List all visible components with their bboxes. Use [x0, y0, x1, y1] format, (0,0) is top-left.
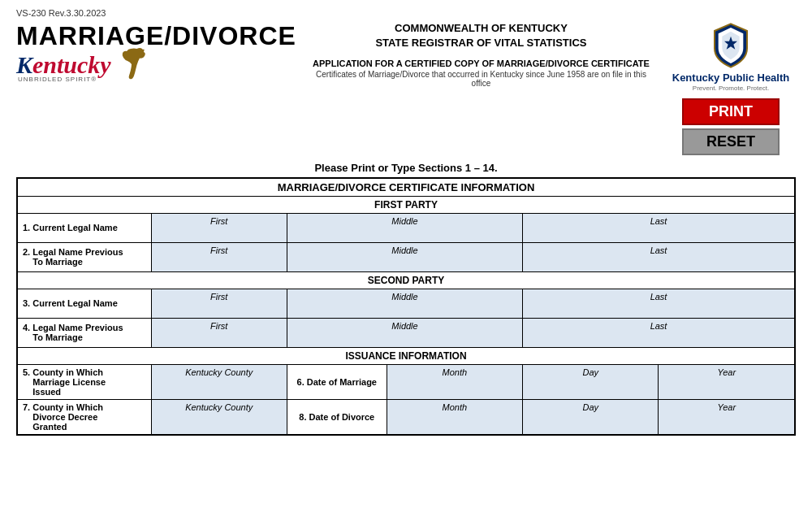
day-label-8: Day — [528, 402, 653, 412]
row1-middle-input[interactable] — [292, 226, 517, 236]
kph-sub: Prevent. Promote. Protect. — [693, 85, 769, 92]
row6-day-input[interactable] — [528, 377, 653, 387]
row8-day-cell[interactable]: Day — [523, 399, 659, 435]
table-row: 1. Current Legal Name First Middle Last — [17, 213, 795, 242]
table-row: 3. Current Legal Name First Middle Last — [17, 289, 795, 318]
row6-month-input[interactable] — [392, 377, 517, 387]
month-label-8: Month — [392, 402, 517, 412]
row1-last-cell[interactable]: Last — [523, 213, 795, 242]
row4-first-input[interactable] — [157, 331, 282, 341]
row6-year-input[interactable] — [663, 377, 789, 387]
table-row: 4. Legal Name Previous To Marriage First… — [17, 318, 795, 347]
month-label-6: Month — [392, 367, 517, 377]
middle-label-2: Middle — [292, 245, 517, 255]
main-title: MARRIAGE/DIVORCE — [16, 21, 296, 51]
middle-label-3: Middle — [292, 292, 517, 302]
row3-first-input[interactable] — [157, 302, 282, 311]
row4-last-input[interactable] — [528, 331, 789, 341]
ky-logo-container: Kentucky UNBRIDLED SPIRIT® — [16, 51, 147, 83]
row1-middle-cell[interactable]: Middle — [287, 213, 522, 242]
row4-middle-cell[interactable]: Middle — [287, 318, 522, 347]
table-row: 7. County in Which Divorce Decree Grante… — [17, 399, 795, 435]
commonwealth-title: COMMONWEALTH OF KENTUCKY STATE REGISTRAR… — [313, 21, 650, 50]
row3-middle-input[interactable] — [292, 302, 517, 311]
row1-last-input[interactable] — [528, 226, 789, 236]
row8-label: 8. Date of Divorce — [287, 399, 387, 435]
application-title: APPLICATION FOR A CERTIFIED COPY OF MARR… — [313, 59, 650, 68]
ky-horse-icon — [114, 45, 147, 81]
ky-logo: Kentucky UNBRIDLED SPIRIT® — [16, 51, 111, 83]
row7-county-cell[interactable]: Kentucky County — [151, 399, 287, 435]
ky-text-blue: K — [16, 51, 32, 78]
form-number: VS-230 Rev.3.30.2023 — [16, 8, 796, 18]
row8-day-input[interactable] — [528, 412, 653, 422]
row4-last-cell[interactable]: Last — [523, 318, 795, 347]
row8-month-input[interactable] — [392, 412, 517, 422]
row2-middle-input[interactable] — [292, 255, 517, 265]
kph-shield-icon — [706, 21, 755, 70]
row1-first-cell[interactable]: First — [151, 213, 287, 242]
row3-middle-cell[interactable]: Middle — [287, 289, 522, 318]
center-block: COMMONWEALTH OF KENTUCKY STATE REGISTRAR… — [296, 21, 666, 88]
year-label-6: Year — [663, 367, 789, 377]
row2-middle-cell[interactable]: Middle — [287, 242, 522, 271]
row1-first-input[interactable] — [157, 226, 282, 236]
row2-first-input[interactable] — [157, 255, 282, 265]
row7-county-input[interactable] — [157, 412, 282, 422]
row2-first-cell[interactable]: First — [151, 242, 287, 271]
section-header-row: MARRIAGE/DIVORCE CERTIFICATE INFORMATION — [17, 178, 795, 197]
first-label: First — [157, 216, 282, 226]
row6-year-cell[interactable]: Year — [659, 364, 795, 399]
row7-label: 7. County in Which Divorce Decree Grante… — [17, 399, 151, 435]
first-label-4: First — [157, 321, 282, 331]
row8-year-input[interactable] — [663, 412, 789, 422]
table-row: 2. Legal Name Previous To Marriage First… — [17, 242, 795, 271]
row5-county-input[interactable] — [157, 377, 282, 387]
last-label-2: Last — [528, 245, 789, 255]
issuance-header-row: ISSUANCE INFORMATION — [17, 347, 795, 364]
horse-body — [122, 48, 145, 79]
second-party-header-row: SECOND PARTY — [17, 271, 795, 289]
title-block: MARRIAGE/DIVORCE Kentucky UNBRIDLED SPIR… — [16, 21, 296, 83]
row5-county-cell[interactable]: Kentucky County — [151, 364, 287, 399]
row6-month-cell[interactable]: Month — [387, 364, 522, 399]
row6-day-cell[interactable]: Day — [523, 364, 659, 399]
middle-label-4: Middle — [292, 321, 517, 331]
row6-label: 6. Date of Marriage — [287, 364, 387, 399]
row1-label: 1. Current Legal Name — [17, 213, 151, 242]
first-party-header: FIRST PARTY — [17, 196, 795, 213]
section-header: MARRIAGE/DIVORCE CERTIFICATE INFORMATION — [17, 178, 795, 197]
reset-button[interactable]: RESET — [682, 128, 780, 155]
print-button[interactable]: PRINT — [682, 98, 780, 125]
middle-label: Middle — [292, 216, 517, 226]
commonwealth-line2: STATE REGISTRAR OF VITAL STATISTICS — [313, 36, 650, 50]
right-block: Kentucky Public Health Prevent. Promote.… — [666, 21, 796, 155]
last-label: Last — [528, 216, 789, 226]
row3-last-input[interactable] — [528, 302, 789, 311]
second-party-header: SECOND PARTY — [17, 271, 795, 289]
row3-label: 3. Current Legal Name — [17, 289, 151, 318]
ky-text-red: entucky — [32, 51, 111, 78]
table-row: 5. County in Which Marriage License Issu… — [17, 364, 795, 399]
row3-last-cell[interactable]: Last — [523, 289, 795, 318]
commonwealth-line1: COMMONWEALTH OF KENTUCKY — [313, 21, 650, 36]
row2-last-input[interactable] — [528, 255, 789, 265]
issuance-header: ISSUANCE INFORMATION — [17, 347, 795, 364]
row8-month-cell[interactable]: Month — [387, 399, 522, 435]
year-label-8: Year — [663, 402, 789, 412]
row4-first-cell[interactable]: First — [151, 318, 287, 347]
page-container: VS-230 Rev.3.30.2023 MARRIAGE/DIVORCE Ke… — [0, 0, 812, 444]
row2-last-cell[interactable]: Last — [523, 242, 795, 271]
row2-label: 2. Legal Name Previous To Marriage — [17, 242, 151, 271]
application-sub: Certificates of Marriage/Divorce that oc… — [313, 70, 650, 88]
row8-year-cell[interactable]: Year — [659, 399, 795, 435]
first-party-header-row: FIRST PARTY — [17, 196, 795, 213]
row3-first-cell[interactable]: First — [151, 289, 287, 318]
kph-name: Kentucky Public Health — [672, 72, 789, 85]
last-label-4: Last — [528, 321, 789, 331]
row4-label: 4. Legal Name Previous To Marriage — [17, 318, 151, 347]
first-label-2: First — [157, 245, 282, 255]
row5-label: 5. County in Which Marriage License Issu… — [17, 364, 151, 399]
day-label-6: Day — [528, 367, 653, 377]
row4-middle-input[interactable] — [292, 331, 517, 341]
